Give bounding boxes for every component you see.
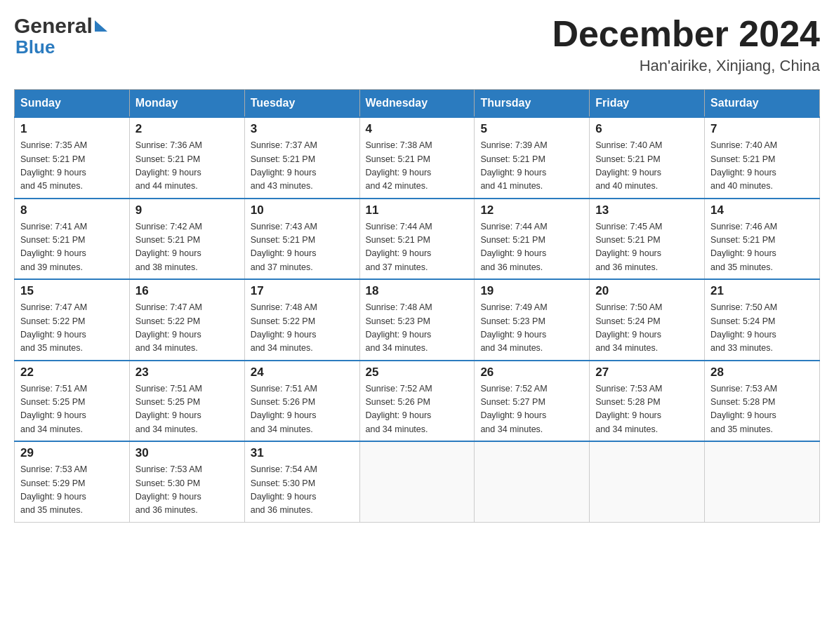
calendar-header-tuesday: Tuesday xyxy=(244,90,359,118)
calendar-day-cell: 13Sunrise: 7:45 AMSunset: 5:21 PMDayligh… xyxy=(590,199,705,280)
day-number: 2 xyxy=(135,122,239,136)
calendar-day-cell: 15Sunrise: 7:47 AMSunset: 5:22 PMDayligh… xyxy=(15,279,130,361)
calendar-header-saturday: Saturday xyxy=(705,90,820,118)
day-info: Sunrise: 7:53 AMSunset: 5:29 PMDaylight:… xyxy=(20,463,124,518)
calendar-day-cell: 20Sunrise: 7:50 AMSunset: 5:24 PMDayligh… xyxy=(590,279,705,361)
day-info: Sunrise: 7:54 AMSunset: 5:30 PMDaylight:… xyxy=(251,463,354,518)
day-info: Sunrise: 7:49 AMSunset: 5:23 PMDaylight:… xyxy=(480,301,583,356)
calendar-day-cell: 5Sunrise: 7:39 AMSunset: 5:21 PMDaylight… xyxy=(475,117,590,199)
day-info: Sunrise: 7:47 AMSunset: 5:22 PMDaylight:… xyxy=(20,301,124,356)
calendar-day-cell: 22Sunrise: 7:51 AMSunset: 5:25 PMDayligh… xyxy=(15,361,130,442)
calendar-week-row: 1Sunrise: 7:35 AMSunset: 5:21 PMDaylight… xyxy=(15,117,820,199)
day-number: 23 xyxy=(135,365,239,380)
day-info: Sunrise: 7:39 AMSunset: 5:21 PMDaylight:… xyxy=(480,139,583,194)
calendar-week-row: 8Sunrise: 7:41 AMSunset: 5:21 PMDaylight… xyxy=(15,199,820,280)
calendar-day-cell: 25Sunrise: 7:52 AMSunset: 5:26 PMDayligh… xyxy=(359,361,475,442)
calendar-day-cell: 26Sunrise: 7:52 AMSunset: 5:27 PMDayligh… xyxy=(475,361,590,442)
day-info: Sunrise: 7:48 AMSunset: 5:22 PMDaylight:… xyxy=(251,301,354,356)
day-number: 14 xyxy=(710,203,814,217)
day-info: Sunrise: 7:53 AMSunset: 5:28 PMDaylight:… xyxy=(710,382,814,437)
calendar-day-cell: 16Sunrise: 7:47 AMSunset: 5:22 PMDayligh… xyxy=(129,279,244,361)
day-number: 29 xyxy=(20,446,124,460)
calendar-week-row: 15Sunrise: 7:47 AMSunset: 5:22 PMDayligh… xyxy=(15,279,820,361)
day-info: Sunrise: 7:43 AMSunset: 5:21 PMDaylight:… xyxy=(251,220,354,275)
calendar-day-cell: 29Sunrise: 7:53 AMSunset: 5:29 PMDayligh… xyxy=(15,441,130,522)
day-info: Sunrise: 7:37 AMSunset: 5:21 PMDaylight:… xyxy=(251,139,354,194)
day-number: 18 xyxy=(366,284,469,298)
day-info: Sunrise: 7:52 AMSunset: 5:27 PMDaylight:… xyxy=(480,382,583,437)
day-info: Sunrise: 7:41 AMSunset: 5:21 PMDaylight:… xyxy=(20,220,124,275)
calendar-day-cell xyxy=(475,441,590,522)
day-number: 3 xyxy=(251,122,354,136)
day-info: Sunrise: 7:44 AMSunset: 5:21 PMDaylight:… xyxy=(366,220,469,275)
calendar-day-cell: 14Sunrise: 7:46 AMSunset: 5:21 PMDayligh… xyxy=(705,199,820,280)
day-number: 28 xyxy=(710,365,814,380)
calendar-day-cell: 4Sunrise: 7:38 AMSunset: 5:21 PMDaylight… xyxy=(359,117,475,199)
day-number: 16 xyxy=(135,284,239,298)
day-number: 8 xyxy=(20,203,124,217)
day-info: Sunrise: 7:47 AMSunset: 5:22 PMDaylight:… xyxy=(135,301,239,356)
day-number: 17 xyxy=(251,284,354,298)
day-number: 26 xyxy=(480,365,583,380)
logo-arrow-icon xyxy=(95,20,107,32)
calendar-header-thursday: Thursday xyxy=(475,90,590,118)
day-info: Sunrise: 7:40 AMSunset: 5:21 PMDaylight:… xyxy=(595,139,699,194)
day-number: 31 xyxy=(251,446,354,460)
day-number: 21 xyxy=(710,284,814,298)
calendar-day-cell xyxy=(359,441,475,522)
day-info: Sunrise: 7:38 AMSunset: 5:21 PMDaylight:… xyxy=(366,139,469,194)
day-info: Sunrise: 7:53 AMSunset: 5:30 PMDaylight:… xyxy=(135,463,239,518)
day-number: 27 xyxy=(595,365,699,380)
logo: General Blue xyxy=(14,14,107,58)
day-info: Sunrise: 7:53 AMSunset: 5:28 PMDaylight:… xyxy=(595,382,699,437)
calendar-week-row: 22Sunrise: 7:51 AMSunset: 5:25 PMDayligh… xyxy=(15,361,820,442)
page-header: General Blue December 2024 Han'airike, X… xyxy=(14,14,820,75)
logo-general-text: General xyxy=(14,14,93,38)
calendar-day-cell: 17Sunrise: 7:48 AMSunset: 5:22 PMDayligh… xyxy=(244,279,359,361)
calendar-day-cell: 9Sunrise: 7:42 AMSunset: 5:21 PMDaylight… xyxy=(129,199,244,280)
day-info: Sunrise: 7:35 AMSunset: 5:21 PMDaylight:… xyxy=(20,139,124,194)
day-info: Sunrise: 7:40 AMSunset: 5:21 PMDaylight:… xyxy=(710,139,814,194)
day-info: Sunrise: 7:44 AMSunset: 5:21 PMDaylight:… xyxy=(480,220,583,275)
calendar-header-monday: Monday xyxy=(129,90,244,118)
day-info: Sunrise: 7:52 AMSunset: 5:26 PMDaylight:… xyxy=(366,382,469,437)
calendar-day-cell: 12Sunrise: 7:44 AMSunset: 5:21 PMDayligh… xyxy=(475,199,590,280)
title-block: December 2024 Han'airike, Xinjiang, Chin… xyxy=(552,14,820,75)
calendar-day-cell: 11Sunrise: 7:44 AMSunset: 5:21 PMDayligh… xyxy=(359,199,475,280)
calendar-day-cell xyxy=(590,441,705,522)
day-number: 5 xyxy=(480,122,583,136)
day-number: 11 xyxy=(366,203,469,217)
day-info: Sunrise: 7:42 AMSunset: 5:21 PMDaylight:… xyxy=(135,220,239,275)
logo-blue-text: Blue xyxy=(15,36,55,58)
day-number: 12 xyxy=(480,203,583,217)
day-info: Sunrise: 7:51 AMSunset: 5:26 PMDaylight:… xyxy=(251,382,354,437)
day-number: 10 xyxy=(251,203,354,217)
day-number: 7 xyxy=(710,122,814,136)
day-info: Sunrise: 7:51 AMSunset: 5:25 PMDaylight:… xyxy=(20,382,124,437)
calendar-day-cell: 23Sunrise: 7:51 AMSunset: 5:25 PMDayligh… xyxy=(129,361,244,442)
calendar-day-cell: 18Sunrise: 7:48 AMSunset: 5:23 PMDayligh… xyxy=(359,279,475,361)
calendar-header-wednesday: Wednesday xyxy=(359,90,475,118)
day-info: Sunrise: 7:50 AMSunset: 5:24 PMDaylight:… xyxy=(710,301,814,356)
calendar-day-cell: 19Sunrise: 7:49 AMSunset: 5:23 PMDayligh… xyxy=(475,279,590,361)
calendar-subtitle: Han'airike, Xinjiang, China xyxy=(552,57,820,75)
calendar-day-cell: 7Sunrise: 7:40 AMSunset: 5:21 PMDaylight… xyxy=(705,117,820,199)
calendar-day-cell: 31Sunrise: 7:54 AMSunset: 5:30 PMDayligh… xyxy=(244,441,359,522)
day-number: 4 xyxy=(366,122,469,136)
calendar-table: SundayMondayTuesdayWednesdayThursdayFrid… xyxy=(14,89,820,523)
calendar-title: December 2024 xyxy=(552,14,820,54)
day-info: Sunrise: 7:36 AMSunset: 5:21 PMDaylight:… xyxy=(135,139,239,194)
day-number: 24 xyxy=(251,365,354,380)
calendar-day-cell: 24Sunrise: 7:51 AMSunset: 5:26 PMDayligh… xyxy=(244,361,359,442)
calendar-day-cell: 3Sunrise: 7:37 AMSunset: 5:21 PMDaylight… xyxy=(244,117,359,199)
day-info: Sunrise: 7:50 AMSunset: 5:24 PMDaylight:… xyxy=(595,301,699,356)
calendar-day-cell xyxy=(705,441,820,522)
calendar-header-friday: Friday xyxy=(590,90,705,118)
day-number: 19 xyxy=(480,284,583,298)
day-number: 6 xyxy=(595,122,699,136)
day-number: 9 xyxy=(135,203,239,217)
calendar-day-cell: 28Sunrise: 7:53 AMSunset: 5:28 PMDayligh… xyxy=(705,361,820,442)
calendar-header-sunday: Sunday xyxy=(15,90,130,118)
calendar-day-cell: 1Sunrise: 7:35 AMSunset: 5:21 PMDaylight… xyxy=(15,117,130,199)
day-number: 22 xyxy=(20,365,124,380)
